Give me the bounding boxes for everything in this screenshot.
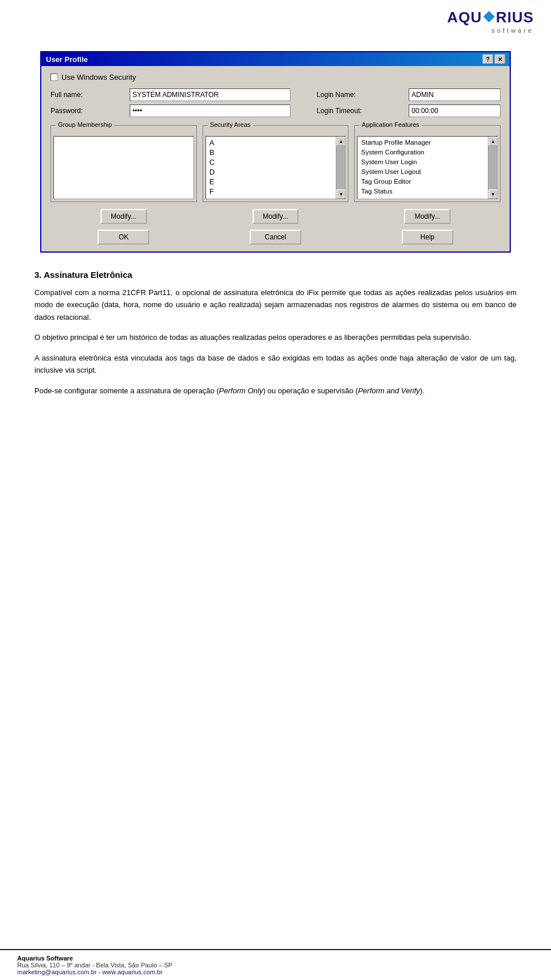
modify-col-2: Modify...: [203, 209, 349, 224]
scroll-down-btn[interactable]: ▼: [336, 189, 346, 199]
password-input[interactable]: [130, 104, 290, 117]
svg-rect-0: [483, 11, 495, 22]
section-number: 3.: [34, 270, 42, 280]
security-areas-box: Security Areas A B C D E F G H: [203, 125, 349, 202]
list-item: Tag Status: [360, 187, 486, 196]
cancel-col: Cancel: [203, 230, 349, 245]
application-features-legend: Application Features: [359, 121, 421, 128]
cancel-button[interactable]: Cancel: [250, 230, 301, 245]
list-item: Tag Group Editor: [360, 177, 486, 187]
app-features-scrollbar: ▲ ▼: [488, 137, 497, 199]
list-item: System User Login: [360, 157, 486, 167]
page-header: AQU RIUS software: [0, 0, 551, 40]
dialog-close-button[interactable]: ✕: [495, 55, 505, 64]
list-item: System Configuration: [360, 148, 486, 157]
ok-col: OK: [51, 230, 197, 245]
list-item: A: [208, 138, 334, 148]
login-timeout-label: Login Timeout:: [317, 107, 404, 115]
titlebar-buttons: ? ✕: [483, 55, 505, 64]
help-button[interactable]: Help: [402, 230, 453, 245]
dialog-titlebar: User Profile ? ✕: [41, 52, 510, 66]
footer-website-link[interactable]: www.aquarius.com.br: [102, 969, 162, 975]
section-heading: 3. Assinatura Eletrônica: [34, 270, 517, 280]
page-footer: Aquarius Software Rua Silvia, 110 – 9º a…: [0, 949, 551, 980]
paragraph-3: A assinatura eletrônica está vinculada a…: [34, 352, 517, 377]
modify-button-1[interactable]: Modify...: [100, 209, 146, 224]
paragraph-4-italic-1: Perform Only: [219, 386, 263, 395]
security-areas-listbox[interactable]: A B C D E F G H ▲ ▼: [205, 136, 346, 199]
ok-button[interactable]: OK: [98, 230, 149, 245]
help-col: Help: [354, 230, 500, 245]
paragraph-4-suffix: ).: [420, 386, 425, 395]
scroll-track: [336, 146, 345, 189]
modify-button-2[interactable]: Modify...: [253, 209, 298, 224]
full-name-label: Full name:: [51, 91, 125, 99]
app-scroll-down-btn[interactable]: ▼: [488, 189, 498, 199]
security-areas-scrollbar: ▲ ▼: [336, 137, 345, 199]
paragraph-4-italic-2: Perform and Verify: [358, 386, 420, 395]
dialog-help-button[interactable]: ?: [483, 55, 493, 64]
footer-company: Aquarius Software: [17, 955, 534, 962]
list-item: G: [208, 196, 334, 199]
paragraph-4-middle: ) ou operação e supervisão (: [263, 386, 358, 395]
login-timeout-input[interactable]: [409, 104, 500, 117]
login-name-label: Login Name:: [317, 91, 404, 99]
group-membership-legend: Group Membership: [56, 121, 114, 128]
logo: AQU RIUS software: [447, 9, 534, 34]
scroll-up-btn[interactable]: ▲: [336, 137, 346, 146]
list-item: B: [208, 148, 334, 157]
login-name-input[interactable]: [409, 88, 500, 101]
paragraph-4-prefix: Pode-se configurar somente a assinatura …: [34, 386, 219, 395]
paragraph-2: O objetivo principal é ter um histórico …: [34, 331, 517, 343]
application-features-content: Startup Profile Manager System Configura…: [358, 137, 488, 199]
logo-subtitle: software: [491, 27, 534, 34]
full-name-input[interactable]: [130, 88, 290, 101]
modify-col-1: Modify...: [51, 209, 197, 224]
user-profile-dialog: User Profile ? ✕ Use Windows Security Fu…: [40, 51, 511, 253]
groups-row: Group Membership Security Areas A B C D …: [51, 125, 500, 202]
group-membership-box: Group Membership: [51, 125, 197, 202]
dialog-body: Use Windows Security Full name: Login Na…: [41, 66, 510, 251]
list-item: E: [208, 177, 334, 187]
modify-col-3: Modify...: [354, 209, 500, 224]
footer-address: Rua Silvia, 110 – 9º andar - Bela Vista,…: [17, 962, 534, 969]
modify-button-3[interactable]: Modify...: [404, 209, 450, 224]
security-areas-content: A B C D E F G H: [206, 137, 336, 199]
list-item: C: [208, 157, 334, 167]
modify-buttons-row: Modify... Modify... Modify...: [51, 209, 500, 224]
application-features-listbox[interactable]: Startup Profile Manager System Configura…: [357, 136, 498, 199]
use-windows-security-label: Use Windows Security: [61, 73, 136, 82]
app-scroll-track: [488, 146, 497, 189]
list-item: D: [208, 167, 334, 177]
paragraph-4: Pode-se configurar somente a assinatura …: [34, 385, 517, 397]
app-scroll-up-btn[interactable]: ▲: [488, 137, 498, 146]
article-section: 3. Assinatura Eletrônica Compatível com …: [17, 270, 534, 397]
footer-links: marketing@aquarius.com.br - www.aquarius…: [17, 969, 534, 975]
password-label: Password:: [51, 107, 125, 115]
footer-email-link[interactable]: marketing@aquarius.com.br: [17, 969, 96, 975]
list-item: Startup Profile Manager: [360, 138, 486, 148]
security-areas-legend: Security Areas: [208, 121, 253, 128]
list-item: F: [208, 187, 334, 196]
dialog-title: User Profile: [46, 55, 88, 64]
list-item: System User Logout: [360, 167, 486, 177]
application-features-box: Application Features Startup Profile Man…: [354, 125, 500, 202]
use-windows-security-row: Use Windows Security: [51, 73, 500, 82]
logo-diamond-icon: [483, 10, 495, 23]
action-buttons-row: OK Cancel Help: [51, 230, 500, 245]
use-windows-security-checkbox[interactable]: [51, 73, 58, 81]
section-title: Assinatura Eletrônica: [44, 270, 132, 280]
paragraph-1: Compatível com a norma 21CFR Part11, o o…: [34, 286, 517, 323]
main-content: User Profile ? ✕ Use Windows Security Fu…: [0, 40, 551, 416]
list-item: VisiconX Writes: [360, 196, 486, 199]
